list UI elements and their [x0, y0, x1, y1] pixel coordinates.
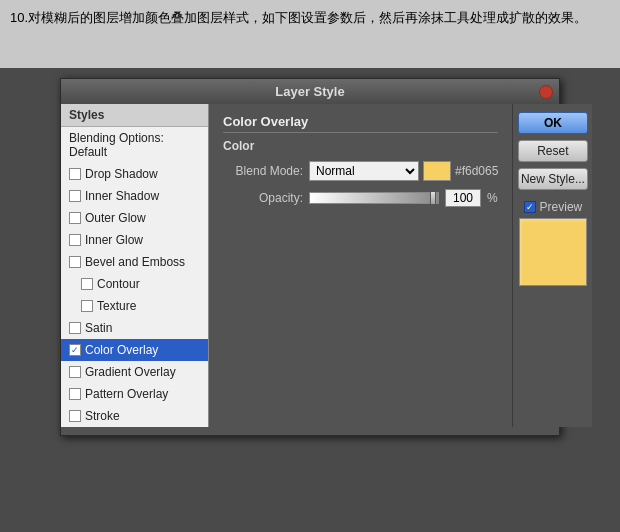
layer-style-dialog: Layer Style Styles Blending Options: Def… — [60, 78, 560, 436]
pattern-overlay-checkbox[interactable] — [69, 388, 81, 400]
section-title: Color Overlay — [223, 114, 498, 133]
sidebar-item-label: Satin — [85, 321, 112, 335]
opacity-label: Opacity: — [223, 191, 303, 205]
stroke-checkbox[interactable] — [69, 410, 81, 422]
sidebar-item-label: Inner Glow — [85, 233, 143, 247]
dialog-wrapper: Layer Style Styles Blending Options: Def… — [0, 68, 620, 436]
preview-section: Preview — [519, 200, 587, 286]
sidebar-item-gradient-overlay[interactable]: Gradient Overlay — [61, 361, 208, 383]
sidebar-item-label: Pattern Overlay — [85, 387, 168, 401]
sidebar-item-pattern-overlay[interactable]: Pattern Overlay — [61, 383, 208, 405]
opacity-slider-thumb[interactable] — [430, 191, 436, 205]
ok-button[interactable]: OK — [518, 112, 588, 134]
bevel-emboss-checkbox[interactable] — [69, 256, 81, 268]
sidebar-item-stroke[interactable]: Stroke — [61, 405, 208, 427]
sidebar-item-inner-glow[interactable]: Inner Glow — [61, 229, 208, 251]
sidebar-item-bevel-emboss[interactable]: Bevel and Emboss — [61, 251, 208, 273]
sidebar-item-texture[interactable]: Texture — [61, 295, 208, 317]
preview-box — [519, 218, 587, 286]
percent-label: % — [487, 191, 498, 205]
new-style-button[interactable]: New Style... — [518, 168, 588, 190]
outer-glow-checkbox[interactable] — [69, 212, 81, 224]
sidebar-header: Styles — [61, 104, 208, 127]
sidebar-item-label: Inner Shadow — [85, 189, 159, 203]
sidebar-item-label: Color Overlay — [85, 343, 158, 357]
dialog-title: Layer Style — [275, 84, 344, 99]
blend-mode-select[interactable]: Normal Multiply Screen Overlay — [309, 161, 419, 181]
contour-checkbox[interactable] — [81, 278, 93, 290]
sidebar-item-blending-options[interactable]: Blending Options: Default — [61, 127, 208, 163]
preview-label-row: Preview — [524, 200, 583, 214]
close-icon[interactable] — [539, 85, 553, 99]
blend-select-wrapper: Normal Multiply Screen Overlay #f6d065 — [309, 161, 498, 181]
styles-sidebar: Styles Blending Options: Default Drop Sh… — [61, 104, 209, 427]
sidebar-item-inner-shadow[interactable]: Inner Shadow — [61, 185, 208, 207]
texture-checkbox[interactable] — [81, 300, 93, 312]
sidebar-item-label: Gradient Overlay — [85, 365, 176, 379]
dialog-titlebar: Layer Style — [61, 79, 559, 104]
opacity-input[interactable] — [445, 189, 481, 207]
inner-shadow-checkbox[interactable] — [69, 190, 81, 202]
sidebar-item-label: Stroke — [85, 409, 120, 423]
subsection-title: Color — [223, 139, 498, 153]
top-text-area: 10.对模糊后的图层增加颜色叠加图层样式，如下图设置参数后，然后再涂抹工具处理成… — [0, 0, 620, 68]
preview-checkbox[interactable] — [524, 201, 536, 213]
sidebar-item-label: Drop Shadow — [85, 167, 158, 181]
color-swatch[interactable] — [423, 161, 451, 181]
satin-checkbox[interactable] — [69, 322, 81, 334]
opacity-slider[interactable] — [309, 192, 439, 204]
sidebar-item-drop-shadow[interactable]: Drop Shadow — [61, 163, 208, 185]
sidebar-item-contour[interactable]: Contour — [61, 273, 208, 295]
blend-mode-row: Blend Mode: Normal Multiply Screen Overl… — [223, 161, 498, 181]
instruction-text: 10.对模糊后的图层增加颜色叠加图层样式，如下图设置参数后，然后再涂抹工具处理成… — [10, 10, 587, 25]
opacity-row: Opacity: % — [223, 189, 498, 207]
sidebar-item-outer-glow[interactable]: Outer Glow — [61, 207, 208, 229]
inner-glow-checkbox[interactable] — [69, 234, 81, 246]
color-overlay-checkbox[interactable] — [69, 344, 81, 356]
dialog-body: Styles Blending Options: Default Drop Sh… — [61, 104, 559, 427]
blend-mode-label: Blend Mode: — [223, 164, 303, 178]
gradient-overlay-checkbox[interactable] — [69, 366, 81, 378]
dialog-footer — [61, 427, 559, 435]
reset-button[interactable]: Reset — [518, 140, 588, 162]
sidebar-item-label: Texture — [97, 299, 136, 313]
sidebar-item-satin[interactable]: Satin — [61, 317, 208, 339]
sidebar-item-label: Outer Glow — [85, 211, 146, 225]
sidebar-header-label: Styles — [69, 108, 104, 122]
preview-label: Preview — [540, 200, 583, 214]
sidebar-item-color-overlay[interactable]: Color Overlay — [61, 339, 208, 361]
color-hex-value: #f6d065 — [455, 164, 498, 178]
sidebar-item-label: Blending Options: Default — [69, 131, 200, 159]
main-panel: Color Overlay Color Blend Mode: Normal M… — [209, 104, 512, 427]
button-panel: OK Reset New Style... Preview — [512, 104, 592, 427]
sidebar-item-label: Bevel and Emboss — [85, 255, 185, 269]
sidebar-item-label: Contour — [97, 277, 140, 291]
drop-shadow-checkbox[interactable] — [69, 168, 81, 180]
